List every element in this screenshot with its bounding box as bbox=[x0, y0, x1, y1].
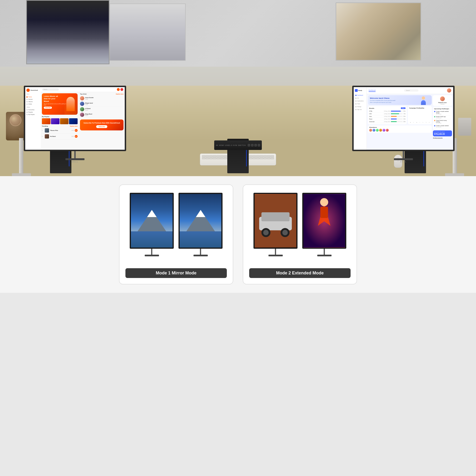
sc-playlist-item-4[interactable] bbox=[69, 118, 78, 124]
monitor-right-base bbox=[394, 158, 413, 160]
sc-playlist-item-1[interactable] bbox=[42, 118, 51, 124]
study-person-figure bbox=[420, 96, 427, 105]
sc-nav-genres[interactable]: Genres bbox=[26, 98, 39, 101]
sc-playlist-label: My Playlist bbox=[42, 116, 78, 117]
leg-foot-left bbox=[12, 173, 31, 176]
speaker-right bbox=[458, 118, 471, 136]
mode-2-monitors bbox=[254, 191, 346, 263]
study-avatar-area bbox=[447, 88, 451, 93]
mode-2-stand-left bbox=[275, 249, 276, 255]
monitor-left: Souncloud Menu Home Genres bbox=[24, 86, 126, 157]
study-profile-avatar bbox=[440, 96, 445, 101]
sc-track-1[interactable]: 1 *Steven Pilot 4:45 ▶ bbox=[42, 128, 78, 134]
sc-header-avatars bbox=[117, 88, 123, 91]
study-search[interactable]: Search bbox=[404, 89, 418, 92]
speaker-knob bbox=[10, 114, 21, 126]
mode-1-monitor-left bbox=[130, 193, 174, 262]
sc-lib-popular[interactable]: Popular bbox=[26, 111, 39, 113]
sc-right-panel: Top Artist Explore more Arina Grande Art… bbox=[79, 92, 125, 150]
study-results-header: Results More bbox=[369, 107, 406, 109]
sc-track-thumb-1 bbox=[45, 128, 49, 133]
study-tabs: Dashboard bbox=[369, 89, 375, 92]
sc-track-thumb-2 bbox=[45, 134, 49, 138]
study-person-body bbox=[421, 100, 426, 105]
chart-x-labels: M T W T F S S bbox=[409, 122, 430, 123]
study-challenges-title: Upcoming Challenges bbox=[434, 108, 451, 109]
monitor-left-stand bbox=[74, 151, 76, 158]
mode-1-stand-right bbox=[200, 249, 201, 255]
sc-nav-artists[interactable]: Artists bbox=[26, 103, 39, 105]
svg-rect-11 bbox=[320, 206, 328, 218]
sc-hero-person bbox=[65, 93, 76, 115]
artwork-left bbox=[26, 0, 109, 64]
study-content: Welcome back! Diana You have completed 6… bbox=[367, 94, 453, 150]
sc-subscribe-title: Subscribe To Premium Now With SoundCloud bbox=[82, 122, 122, 124]
monitor-left-screen: Souncloud Menu Home Genres bbox=[24, 86, 126, 151]
monitor-left-base bbox=[66, 158, 85, 160]
sc-artist-1[interactable]: Arina Grande Artist bbox=[80, 96, 123, 101]
mode-1-base-right bbox=[193, 255, 208, 256]
study-app: Study Dashboard Art Applications bbox=[354, 87, 453, 150]
study-nav-tools[interactable]: Tools bbox=[355, 102, 365, 105]
study-nav-dashboard[interactable]: Dashboard bbox=[355, 94, 365, 97]
mode-1-water-left bbox=[131, 231, 172, 248]
study-nav-ratings[interactable]: Ratings bbox=[355, 105, 365, 108]
sc-nav-albums[interactable]: Albums bbox=[26, 101, 39, 103]
soundcloud-app-name: Souncloud bbox=[31, 89, 38, 91]
study-user-avatar bbox=[447, 88, 451, 93]
monitor-right: Study Dashboard Art Applications bbox=[352, 86, 455, 157]
mode-1-mountain-snow-right bbox=[196, 210, 205, 217]
sc-hero-banner: Listen Music all time for your Mood You … bbox=[42, 93, 78, 115]
mode-1-water-right bbox=[180, 231, 221, 248]
mode-2-hero-scene bbox=[304, 194, 345, 248]
sc-nav-home[interactable]: Home bbox=[26, 96, 39, 98]
sc-subscribe-button[interactable]: Subscribe bbox=[96, 125, 107, 128]
wall-section bbox=[0, 0, 476, 67]
sc-trending-section: Trending Explore more 1 *Steven Pilot bbox=[42, 125, 78, 139]
study-nav-applications[interactable]: Applications bbox=[355, 100, 365, 102]
study-attendance-section: Attendance bbox=[368, 125, 432, 133]
sc-avatar-orange bbox=[117, 88, 120, 91]
mode-1-mountain-scene-right bbox=[180, 194, 221, 248]
study-progress-react bbox=[391, 119, 403, 119]
soundcloud-logo-icon bbox=[26, 88, 30, 92]
study-result-row-js: Javascript 12 May 2023 50% bbox=[369, 120, 406, 123]
sc-track-2[interactable]: 2 Als Band 3:05 ▶ bbox=[42, 134, 78, 139]
sc-artist-2[interactable]: Megan band Artist bbox=[80, 101, 123, 107]
attendee-4 bbox=[379, 129, 382, 132]
sc-search-box[interactable]: Search bbox=[42, 88, 59, 91]
study-balance-amount: $78,245.00 bbox=[434, 133, 451, 135]
kvm-buttons bbox=[248, 144, 260, 146]
sc-playlist-item-2[interactable] bbox=[51, 118, 60, 124]
study-challenge-2: Simple TODO app 11 Feb 2020 bbox=[434, 116, 451, 119]
mode-1-monitor-right bbox=[178, 193, 222, 262]
sc-avatar-red bbox=[120, 88, 123, 91]
sc-artist-info-3: LP Band Band bbox=[85, 108, 123, 111]
sc-playlist-item-3[interactable] bbox=[60, 118, 68, 124]
study-profile-role: Student bbox=[434, 103, 451, 105]
study-right-panel: Patrick Cruz Student Upcoming Challenges… bbox=[433, 95, 452, 150]
sc-artist-4[interactable]: Mega Band Band bbox=[80, 112, 123, 118]
sc-listen-button[interactable]: Listen Now bbox=[44, 107, 52, 109]
sc-trending-header: Trending Explore more bbox=[42, 125, 78, 127]
sc-track-play-2[interactable]: ▶ bbox=[75, 135, 78, 138]
svg-rect-2 bbox=[261, 212, 289, 221]
mode-2-screen-right bbox=[302, 193, 346, 249]
sc-track-play-1[interactable]: ▶ bbox=[75, 129, 78, 132]
mode-1-screen-left bbox=[130, 193, 174, 249]
study-nav-art[interactable]: Art bbox=[355, 97, 365, 100]
study-tab-dashboard[interactable]: Dashboard bbox=[369, 89, 375, 92]
monitor-right-brand: DELL bbox=[352, 161, 455, 163]
study-more-button[interactable]: More bbox=[401, 107, 406, 109]
mode-2-monitor-left bbox=[254, 193, 298, 262]
study-header: Dashboard Search bbox=[367, 87, 453, 94]
sc-lib-favourites[interactable]: Favourites bbox=[26, 108, 39, 111]
sc-artist-3[interactable]: LP Band Band bbox=[80, 107, 123, 112]
mode-1-screen-right bbox=[178, 193, 222, 249]
study-nav-signout[interactable]: Sign out bbox=[355, 108, 365, 111]
sc-track-info-1: *Steven Pilot bbox=[50, 130, 70, 131]
study-results-row: Results More HTML 04 May 2018 bbox=[368, 106, 432, 124]
attendee-2 bbox=[373, 129, 375, 132]
mode-1-stand-left bbox=[151, 249, 152, 255]
sc-lib-playlist[interactable]: My Playlist bbox=[26, 113, 39, 116]
